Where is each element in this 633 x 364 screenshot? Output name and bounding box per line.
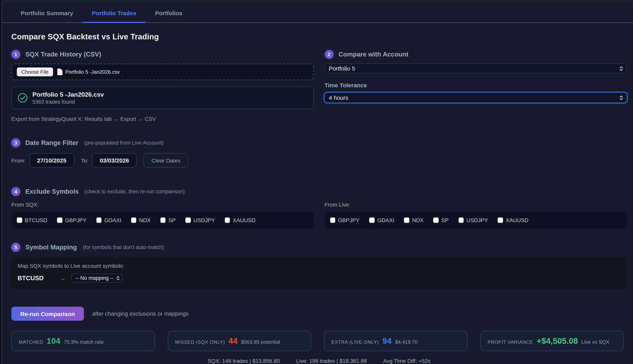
section-symbol-mapping: 5 Symbol Mapping (for symbols that don't…: [11, 243, 627, 289]
symbol-label: USDJPY: [193, 217, 215, 223]
symbol-label: GBPJPY: [338, 217, 360, 223]
section-date-range: 3 Date Range Filter (pre-populated from …: [11, 138, 627, 168]
symbol-checkbox-item[interactable]: USDJPY: [185, 217, 215, 223]
checkbox-icon[interactable]: [498, 218, 503, 223]
tab-portfolio-summary[interactable]: Portfolio Summary: [11, 4, 82, 22]
symbol-checkbox-item[interactable]: SP: [433, 217, 449, 223]
symbol-checkbox-item[interactable]: GBPJPY: [330, 217, 360, 223]
tab-label: Portfolio Trades: [92, 10, 136, 16]
checkbox-icon[interactable]: [57, 218, 62, 223]
mapping-instructions: Map SQX symbols to Live account symbols:: [18, 263, 620, 269]
symbol-mapping-panel: Map SQX symbols to Live account symbols:…: [11, 257, 627, 289]
symbol-checkbox-item[interactable]: GDAXI: [369, 217, 394, 223]
from-date-input[interactable]: 27/10/2025: [30, 153, 74, 168]
stat-label: PROFIT VARIANCE: [488, 340, 533, 345]
section-compare-account: 2 Compare with Account Portfolio 5 Time …: [324, 50, 627, 122]
to-date-input[interactable]: 03/03/2026: [92, 153, 137, 168]
comparison-stats: MATCHED10470.3% match rate MISSED (SQX O…: [11, 331, 627, 351]
time-tolerance-select[interactable]: 4 hours: [324, 93, 627, 102]
symbol-checkbox-item[interactable]: USDJPY: [458, 217, 488, 223]
symbol-label: XAUUSD: [233, 217, 256, 223]
checkbox-icon[interactable]: [433, 218, 439, 223]
symbol-label: NDX: [412, 217, 424, 223]
symbol-checkbox-item[interactable]: XAUUSD: [225, 217, 256, 223]
step-4-title: Exclude Symbols: [25, 188, 79, 195]
symbol-checkbox-item[interactable]: NDX: [404, 217, 424, 223]
step-2-title: Compare with Account: [339, 51, 408, 58]
to-label: To:: [81, 157, 88, 164]
tab-label: Portfolio Summary: [21, 10, 73, 16]
checkbox-icon[interactable]: [131, 218, 136, 223]
stat-card-missed: MISSED (SQX ONLY)44$563.85 potential: [168, 331, 311, 351]
step-3-title: Date Range Filter: [25, 139, 78, 146]
uploaded-file-name: Portfolio 5 -Jan2026.csv: [32, 91, 104, 98]
symbol-checkbox-item[interactable]: XAUUSD: [498, 217, 529, 223]
symbol-label: GBPJPY: [65, 217, 87, 223]
from-sqx-label: From SQX:: [11, 202, 314, 208]
checkbox-icon[interactable]: [96, 218, 102, 223]
clear-dates-button[interactable]: Clear Dates: [144, 153, 188, 168]
symbol-checkbox-item[interactable]: GDAXI: [96, 217, 121, 223]
stat-card-profit-variance: PROFIT VARIANCE+$4,505.08Live vs SQX: [480, 331, 624, 351]
tab-bar: Portfolio Summary Portfolio Trades Portf…: [2, 1, 633, 23]
live-totals: Live: 198 trades | $18,361.88: [296, 358, 367, 364]
stat-value: 94: [382, 336, 392, 345]
symbol-checkbox-item[interactable]: NDX: [131, 217, 151, 223]
stat-value: 44: [229, 336, 238, 345]
rerun-row: Re-run Comparison after changing exclusi…: [11, 307, 627, 321]
checkbox-icon[interactable]: [185, 218, 191, 223]
step-3-badge: 3: [11, 138, 20, 147]
section-divider: [11, 296, 627, 296]
checkbox-icon[interactable]: [160, 218, 166, 223]
tab-portfolio-trades[interactable]: Portfolio Trades: [82, 4, 146, 22]
step-2-badge: 2: [324, 50, 333, 59]
stat-sub: $563.85 potential: [241, 339, 280, 345]
choose-file-button[interactable]: Choose File: [17, 68, 53, 76]
rerun-comparison-button[interactable]: Re-run Comparison: [11, 307, 84, 321]
csv-dropzone[interactable]: Choose File Portfolio 5 -Jan2026.csv: [11, 64, 314, 80]
stat-sub: $4,419.70: [395, 339, 418, 345]
section-exclude-symbols: 4 Exclude Symbols (check to exclude, the…: [11, 187, 627, 229]
symbol-checkbox-item[interactable]: SP: [160, 217, 176, 223]
stat-card-extra: EXTRA (LIVE ONLY)94$4,419.70: [324, 331, 467, 351]
step-4-hint: (check to exclude, then re-run compariso…: [85, 189, 184, 194]
stat-label: EXTRA (LIVE ONLY): [331, 340, 379, 345]
time-tolerance-value: 4 hours: [329, 94, 348, 101]
tab-label: Portfolios: [155, 10, 182, 16]
mapping-select[interactable]: -- No mapping --: [71, 274, 123, 282]
symbol-label: SP: [441, 217, 449, 223]
stat-label: MATCHED: [19, 340, 43, 345]
checkbox-icon[interactable]: [330, 218, 335, 223]
mapping-select-value: -- No mapping --: [75, 275, 114, 281]
stat-sub: Live vs SQX: [581, 339, 609, 345]
exclude-from-sqx: From SQX: BTCUSD GBPJPY: [11, 202, 314, 229]
check-circle-icon: [18, 93, 28, 103]
avg-time-diff: Avg Time Diff: +52s: [383, 358, 431, 364]
step-1-title: SQX Trade History (CSV): [25, 51, 101, 58]
symbol-checkbox-item[interactable]: GBPJPY: [57, 217, 87, 223]
checkbox-icon[interactable]: [404, 218, 409, 223]
symbol-label: XAUUSD: [506, 217, 529, 223]
stat-sub: 70.3% match rate: [64, 339, 104, 345]
account-select-value: Portfolio 5: [329, 65, 355, 72]
trades-found-count: 5363 trades found: [32, 99, 104, 105]
symbol-label: GDAXI: [377, 217, 394, 223]
checkbox-icon[interactable]: [369, 218, 375, 223]
step-4-badge: 4: [11, 187, 20, 196]
export-instructions: Export from StrategyQuant X: Results tab…: [11, 116, 314, 122]
symbol-label: SP: [168, 217, 176, 223]
tab-portfolios[interactable]: Portfolios: [146, 4, 192, 22]
arrow-right-icon: →: [60, 275, 66, 282]
upload-success-box: Portfolio 5 -Jan2026.csv 5363 trades fou…: [11, 86, 314, 109]
portfolio-compare-page: Portfolio Summary Portfolio Trades Portf…: [2, 1, 633, 364]
select-chevrons-icon: [619, 66, 623, 71]
checkbox-icon[interactable]: [458, 218, 464, 223]
symbol-checkbox-item[interactable]: BTCUSD: [17, 217, 47, 223]
account-select[interactable]: Portfolio 5: [324, 64, 627, 73]
step-5-title: Symbol Mapping: [25, 244, 77, 251]
symbol-label: BTCUSD: [25, 217, 47, 223]
totals-summary: SQX: 148 trades | $13,856.80 Live: 198 t…: [11, 358, 627, 364]
from-label: From:: [11, 157, 26, 164]
checkbox-icon[interactable]: [17, 218, 22, 223]
checkbox-icon[interactable]: [225, 218, 230, 223]
